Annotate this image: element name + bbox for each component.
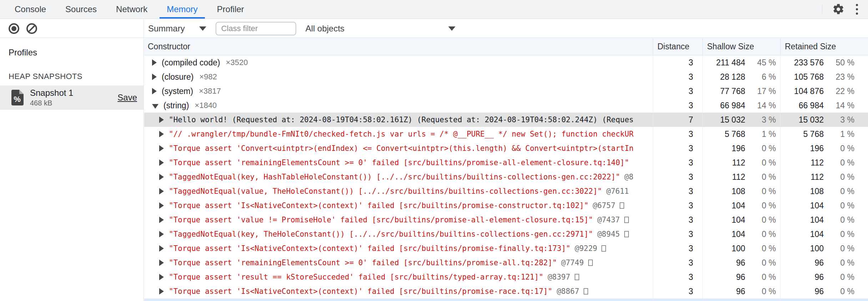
retained-size-cell: 5 768 1 % (780, 127, 868, 141)
table-row[interactable]: "TaggedNotEqual(value, TheHoleConstant()… (144, 184, 868, 198)
object-link-icon[interactable] (588, 260, 593, 266)
column-header-distance[interactable]: Distance (653, 38, 702, 55)
table-row[interactable]: "Hello world! (Requested at: 2024-08-19T… (144, 113, 868, 127)
distance-cell: 3 (653, 156, 702, 170)
retained-size-value: 108 (781, 187, 824, 196)
table-row[interactable]: "Torque assert 'value != PromiseHole' fa… (144, 213, 868, 227)
gear-icon[interactable] (832, 3, 844, 15)
object-id: @8 (624, 173, 633, 181)
expand-icon[interactable] (159, 188, 164, 194)
class-filter-input[interactable] (216, 22, 296, 35)
tab-profiler[interactable]: Profiler (207, 0, 254, 19)
shallow-size-percent: 0 % (745, 244, 776, 253)
distance-value: 3 (653, 87, 693, 96)
expand-icon[interactable] (159, 202, 164, 209)
distance-cell: 3 (653, 198, 702, 213)
table-row[interactable]: "Torque assert 'result == kStoreSucceded… (144, 270, 868, 284)
table-row[interactable]: (string) ×1840 3 66 984 14 % 66 984 14 % (144, 98, 868, 113)
table-row[interactable]: "Torque assert 'Convert<uintptr>(endInde… (144, 141, 868, 156)
constructor-name: "TaggedNotEqual(value, TheHoleConstant()… (169, 187, 602, 196)
shallow-size-cell: 5 768 1 % (702, 127, 780, 141)
objects-select[interactable]: All objects (306, 24, 455, 34)
distance-cell: 3 (653, 184, 702, 198)
expand-icon[interactable] (159, 159, 164, 166)
expand-icon[interactable] (159, 245, 164, 252)
expand-icon[interactable] (152, 74, 157, 80)
table-row[interactable]: "Torque assert 'Is<NativeContext>(contex… (144, 284, 868, 298)
retained-size-cell: 100 0 % (780, 241, 868, 256)
tab-memory[interactable]: Memory (157, 0, 207, 19)
shallow-size-value: 104 (703, 201, 745, 211)
expand-icon[interactable] (159, 145, 164, 152)
tab-network[interactable]: Network (106, 0, 157, 19)
retained-size-value: 66 984 (781, 101, 824, 110)
object-link-icon[interactable] (624, 217, 629, 223)
shallow-size-cell: 96 0 % (702, 270, 780, 284)
more-options-icon[interactable] (854, 3, 859, 16)
constructor-name: "Torque assert 'result == kStoreSucceded… (169, 273, 543, 281)
table-row[interactable]: "Torque assert 'remainingElementsCount >… (144, 156, 868, 170)
shallow-size-cell: 196 0 % (702, 141, 780, 156)
table-row[interactable]: (closure) ×982 3 28 128 6 % 105 768 23 % (144, 70, 868, 84)
column-header-retained-size[interactable]: Retained Size (780, 38, 868, 55)
table-row[interactable]: "Torque assert 'Is<NativeContext>(contex… (144, 241, 868, 256)
distance-value: 3 (653, 244, 693, 253)
constructor-name: "Torque assert 'Is<NativeContext>(contex… (169, 287, 552, 296)
retained-size-cell: 104 0 % (780, 227, 868, 241)
object-link-icon[interactable] (584, 288, 588, 295)
shallow-size-percent: 0 % (745, 201, 776, 211)
table-row[interactable]: (compiled code) ×3520 3 211 484 45 % 233… (144, 55, 868, 70)
object-id: @8397 (547, 273, 570, 281)
shallow-size-percent: 3 % (745, 115, 776, 125)
object-link-icon[interactable] (601, 245, 606, 252)
column-header-shallow-size[interactable]: Shallow Size (702, 38, 780, 55)
retained-size-percent: 0 % (824, 201, 854, 211)
distance-value: 3 (653, 72, 693, 82)
distance-value: 3 (653, 144, 693, 153)
retained-size-percent: 0 % (824, 287, 854, 296)
shallow-size-cell: 112 0 % (702, 170, 780, 184)
save-link[interactable]: Save (117, 93, 137, 103)
shallow-size-percent: 0 % (745, 215, 776, 225)
table-row[interactable]: (system) ×3817 3 77 768 17 % 104 876 22 … (144, 84, 868, 98)
sidebar-item-snapshot-1[interactable]: % Snapshot 1 468 kB Save (0, 85, 143, 110)
tab-console[interactable]: Console (5, 0, 56, 19)
shallow-size-value: 28 128 (703, 72, 745, 82)
table-row[interactable]: "// .wrangler/tmp/bundle-FmNIt0/checked-… (144, 127, 868, 141)
table-row[interactable]: "TaggedNotEqual(key, TheHoleConstant()) … (144, 227, 868, 241)
constructor-cell: "Torque assert 'result == kStoreSucceded… (144, 270, 653, 284)
grid-footer (144, 298, 868, 301)
expand-icon[interactable] (159, 174, 164, 180)
tab-sources[interactable]: Sources (56, 0, 106, 19)
retained-size-percent: 0 % (824, 272, 854, 282)
constructor-cell: "Torque assert 'remainingElementsCount >… (144, 256, 653, 270)
object-link-icon[interactable] (624, 231, 629, 237)
shallow-size-percent: 17 % (745, 87, 776, 96)
constructor-cell: "TaggedNotEqual(key, TheHoleConstant()) … (144, 227, 653, 241)
expand-icon[interactable] (159, 288, 164, 295)
object-link-icon[interactable] (575, 274, 579, 280)
expand-icon[interactable] (152, 104, 158, 109)
record-heap-snapshot-icon[interactable] (9, 23, 19, 34)
expand-icon[interactable] (152, 59, 157, 66)
column-header-constructor[interactable]: Constructor (144, 38, 653, 55)
perspective-select[interactable]: Summary (148, 24, 206, 34)
constructor-name: (closure) (162, 72, 193, 82)
expand-icon[interactable] (159, 231, 164, 237)
expand-icon[interactable] (159, 131, 164, 137)
shallow-size-percent: 1 % (745, 129, 776, 139)
shallow-size-percent: 0 % (745, 144, 776, 153)
expand-icon[interactable] (159, 217, 164, 223)
table-row[interactable]: "Torque assert 'Is<NativeContext>(contex… (144, 198, 868, 213)
object-id: @7611 (606, 187, 629, 196)
clear-profiles-icon[interactable] (26, 23, 37, 34)
table-row[interactable]: "TaggedNotEqual(key, HashTableHoleConsta… (144, 170, 868, 184)
expand-icon[interactable] (152, 88, 157, 94)
snapshot-name: Snapshot 1 (30, 88, 117, 98)
table-row[interactable]: "Torque assert 'remainingElementsCount >… (144, 256, 868, 270)
expand-icon[interactable] (159, 117, 164, 123)
expand-icon[interactable] (159, 274, 164, 280)
expand-icon[interactable] (159, 260, 164, 266)
object-link-icon[interactable] (620, 202, 624, 209)
constructor-name: "TaggedNotEqual(key, HashTableHoleConsta… (169, 173, 620, 181)
